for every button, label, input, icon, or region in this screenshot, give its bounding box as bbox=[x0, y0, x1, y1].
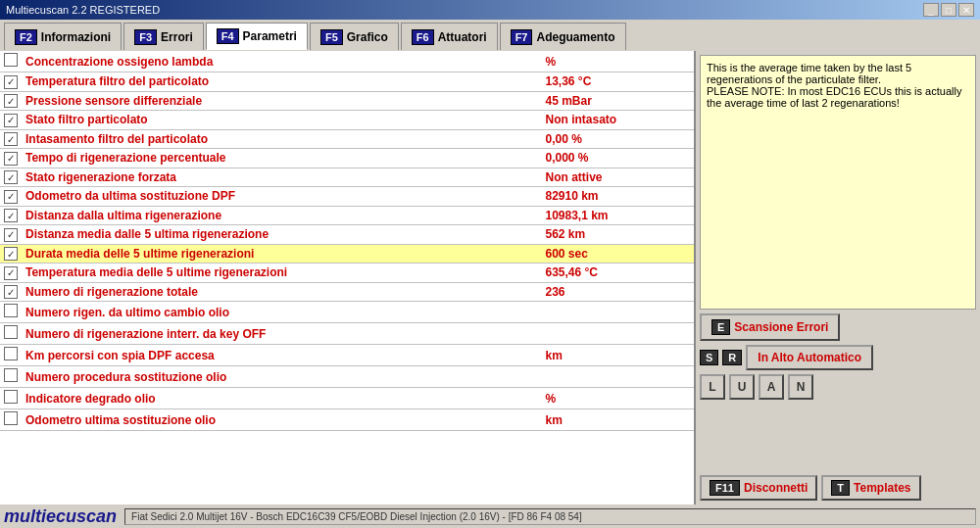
row-value-12: 236 bbox=[541, 282, 694, 302]
in-alto-key-s: S bbox=[700, 350, 718, 365]
row-label-11: Temperatura media delle 5 ultime rigener… bbox=[22, 264, 541, 283]
footer: multiecuscan Fiat Sedici 2.0 Multijet 16… bbox=[0, 504, 980, 528]
table-row: Distanza dalla ultima rigenerazione10983… bbox=[0, 206, 694, 225]
table-row: Durata media delle 5 ultime rigenerazion… bbox=[0, 244, 694, 264]
row-label-8: Distanza dalla ultima rigenerazione bbox=[22, 206, 541, 225]
tab-attuatori-label: Attuatori bbox=[438, 30, 487, 44]
params-table-area[interactable]: Concentrazione ossigeno lambda%Temperatu… bbox=[0, 51, 696, 504]
tab-f6-key: F6 bbox=[412, 29, 434, 45]
bottom-buttons-row: F11 Disconnetti T Templates bbox=[700, 475, 976, 501]
in-alto-label: In Alto Automatico bbox=[758, 351, 861, 364]
row-checkbox-12[interactable] bbox=[4, 285, 18, 299]
row-value-5: 0,000 % bbox=[541, 149, 694, 168]
letter-buttons-row: L U A N bbox=[700, 374, 976, 400]
row-checkbox-13[interactable] bbox=[4, 304, 18, 317]
row-label-2: Pressione sensore differenziale bbox=[22, 91, 541, 111]
minimize-button[interactable]: _ bbox=[923, 3, 939, 17]
row-value-3: Non intasato bbox=[541, 111, 694, 130]
tab-errori-label: Errori bbox=[161, 30, 193, 44]
status-bar: Fiat Sedici 2.0 Multijet 16V - Bosch EDC… bbox=[124, 508, 976, 525]
letter-a-button[interactable]: A bbox=[759, 374, 784, 400]
tab-grafico[interactable]: F5 Grafico bbox=[310, 23, 399, 50]
row-checkbox-7[interactable] bbox=[4, 190, 18, 204]
row-label-9: Distanza media dalle 5 ultima rigenerazi… bbox=[22, 225, 541, 245]
scan-errors-button[interactable]: E Scansione Errori bbox=[700, 313, 840, 341]
tab-adeguamento[interactable]: F7 Adeguamento bbox=[500, 23, 626, 50]
right-panel: This is the average time taken by the la… bbox=[696, 51, 980, 504]
row-value-2: 45 mBar bbox=[541, 91, 694, 111]
table-row: Km percorsi con spia DPF accesakm bbox=[0, 345, 694, 366]
table-row: Numero procedura sostituzione olio bbox=[0, 366, 694, 388]
row-value-1: 13,36 °C bbox=[541, 72, 694, 92]
maximize-button[interactable]: □ bbox=[941, 3, 956, 17]
row-checkbox-11[interactable] bbox=[4, 266, 18, 280]
scan-errors-label: Scansione Errori bbox=[734, 320, 828, 334]
table-row: Odometro ultima sostituzione oliokm bbox=[0, 409, 694, 431]
info-box: This is the average time taken by the la… bbox=[700, 55, 976, 310]
tab-informazioni-label: Informazioni bbox=[41, 30, 111, 44]
tab-errori[interactable]: F3 Errori bbox=[123, 23, 204, 50]
tab-f2-key: F2 bbox=[15, 29, 37, 45]
tab-parametri[interactable]: F4 Parametri bbox=[206, 23, 308, 50]
row-value-6: Non attive bbox=[541, 168, 694, 187]
logo: multiecuscan bbox=[4, 506, 117, 527]
scan-errors-key: E bbox=[711, 319, 730, 335]
row-value-10: 600 sec bbox=[541, 244, 694, 264]
letter-l-button[interactable]: L bbox=[700, 374, 725, 400]
row-label-3: Stato filtro particolato bbox=[22, 111, 541, 130]
row-label-10: Durata media delle 5 ultime rigenerazion… bbox=[22, 244, 541, 264]
table-row: Stato filtro particolatoNon intasato bbox=[0, 111, 694, 130]
row-checkbox-4[interactable] bbox=[4, 132, 18, 146]
row-checkbox-9[interactable] bbox=[4, 228, 18, 242]
row-checkbox-3[interactable] bbox=[4, 114, 18, 127]
templates-button[interactable]: T Templates bbox=[821, 475, 920, 501]
nav-bar: F2 Informazioni F3 Errori F4 Parametri F… bbox=[0, 20, 980, 51]
row-checkbox-16[interactable] bbox=[4, 368, 18, 382]
row-value-4: 0,00 % bbox=[541, 129, 694, 149]
row-value-15: km bbox=[541, 345, 694, 366]
row-value-11: 635,46 °C bbox=[541, 264, 694, 283]
table-row: Temperatura filtro del particolato13,36 … bbox=[0, 72, 694, 92]
in-alto-row: S R In Alto Automatico bbox=[700, 345, 976, 370]
tab-attuatori[interactable]: F6 Attuatori bbox=[401, 23, 498, 50]
disconnect-button[interactable]: F11 Disconnetti bbox=[700, 475, 817, 501]
row-checkbox-1[interactable] bbox=[4, 75, 18, 89]
tab-grafico-label: Grafico bbox=[347, 30, 388, 44]
table-row: Pressione sensore differenziale45 mBar bbox=[0, 91, 694, 111]
row-label-14: Numero di rigenerazione interr. da key O… bbox=[22, 323, 541, 345]
table-row: Numero di rigenerazione interr. da key O… bbox=[0, 323, 694, 345]
row-label-0: Concentrazione ossigeno lambda bbox=[22, 51, 541, 72]
close-button[interactable]: ✕ bbox=[958, 3, 974, 17]
row-checkbox-14[interactable] bbox=[4, 325, 18, 339]
in-alto-button[interactable]: In Alto Automatico bbox=[746, 345, 873, 370]
row-label-4: Intasamento filtro del particolato bbox=[22, 129, 541, 149]
row-label-18: Odometro ultima sostituzione olio bbox=[22, 409, 541, 431]
row-value-16 bbox=[541, 366, 694, 388]
row-checkbox-5[interactable] bbox=[4, 152, 18, 166]
table-row: Tempo di rigenerazione percentuale0,000 … bbox=[0, 149, 694, 168]
row-checkbox-17[interactable] bbox=[4, 390, 18, 404]
row-checkbox-15[interactable] bbox=[4, 347, 18, 360]
table-row: Intasamento filtro del particolato0,00 % bbox=[0, 129, 694, 149]
main-area: Concentrazione ossigeno lambda%Temperatu… bbox=[0, 51, 980, 504]
row-label-16: Numero procedura sostituzione olio bbox=[22, 366, 541, 388]
row-value-9: 562 km bbox=[541, 225, 694, 245]
row-label-17: Indicatore degrado olio bbox=[22, 388, 541, 409]
row-checkbox-8[interactable] bbox=[4, 209, 18, 222]
row-checkbox-10[interactable] bbox=[4, 247, 18, 261]
row-checkbox-0[interactable] bbox=[4, 53, 18, 67]
row-checkbox-18[interactable] bbox=[4, 411, 18, 425]
row-value-18: km bbox=[541, 409, 694, 431]
tab-f4-key: F4 bbox=[217, 28, 239, 44]
row-checkbox-6[interactable] bbox=[4, 170, 18, 184]
letter-u-button[interactable]: U bbox=[729, 374, 755, 400]
row-label-1: Temperatura filtro del particolato bbox=[22, 72, 541, 92]
table-row: Concentrazione ossigeno lambda% bbox=[0, 51, 694, 72]
letter-n-button[interactable]: N bbox=[788, 374, 813, 400]
tab-informazioni[interactable]: F2 Informazioni bbox=[4, 23, 122, 50]
row-checkbox-2[interactable] bbox=[4, 94, 18, 108]
row-label-7: Odometro da ultima sostituzione DPF bbox=[22, 187, 541, 207]
in-alto-key-r: R bbox=[722, 350, 742, 365]
table-row: Distanza media dalle 5 ultima rigenerazi… bbox=[0, 225, 694, 245]
row-label-13: Numero rigen. da ultimo cambio olio bbox=[22, 302, 541, 323]
